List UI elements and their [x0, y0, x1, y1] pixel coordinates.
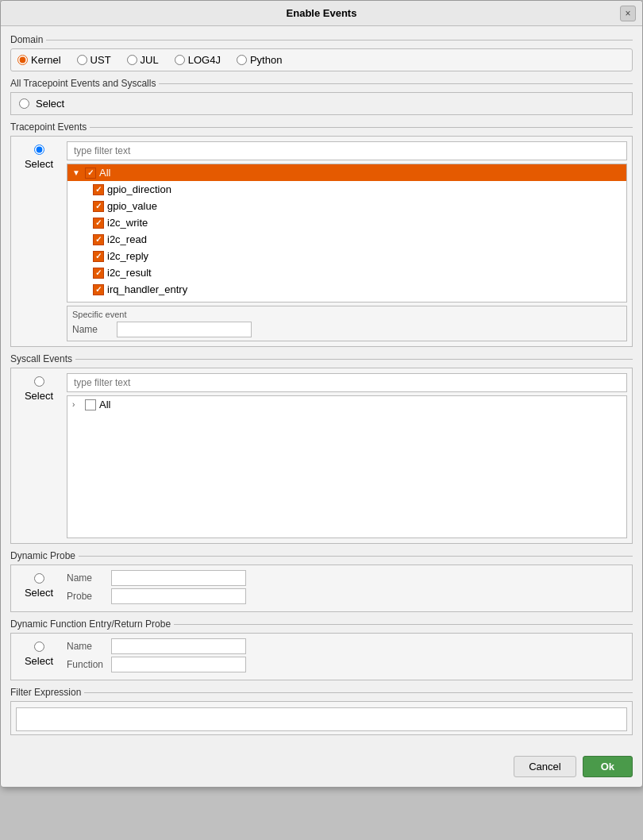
tree-item-i2c-read[interactable]: i2c_read: [67, 231, 626, 248]
dynamic-probe-right: Name Probe: [67, 565, 632, 611]
label-gpio-direction: gpio_direction: [107, 183, 171, 195]
dynamic-function-select-col: Select: [11, 634, 67, 675]
dynamic-function-box: Select Name Function: [10, 633, 633, 680]
syscall-select-radio[interactable]: [34, 376, 44, 387]
specific-event-name-input[interactable]: [117, 322, 252, 337]
enable-events-dialog: Enable Events × Domain Kernel UST: [0, 0, 643, 788]
tracepoint-events-label: Tracepoint Events: [10, 121, 90, 133]
syscall-inner: Select › All: [11, 368, 632, 543]
domain-jul-option[interactable]: JUL: [127, 54, 159, 66]
dynamic-probe-box: Select Name Probe: [10, 564, 633, 612]
dynamic-probe-select-col: Select: [11, 565, 67, 607]
checkbox-i2c-read[interactable]: [93, 234, 104, 245]
syscall-all-row[interactable]: › All: [67, 396, 626, 413]
syscall-right: › All: [67, 368, 632, 543]
checkbox-i2c-reply[interactable]: [93, 251, 104, 262]
ok-button[interactable]: Ok: [583, 756, 633, 777]
tree-all-checkbox[interactable]: [85, 168, 96, 179]
dialog-body: Domain Kernel UST JUL: [1, 26, 642, 749]
probe-name-row: Name: [67, 570, 627, 586]
label-i2c-reply: i2c_reply: [107, 250, 148, 262]
dyn-func-name-label: Name: [67, 641, 106, 652]
syscall-filter-input[interactable]: [67, 373, 627, 392]
tree-item-i2c-write[interactable]: i2c_write: [67, 214, 626, 231]
dyn-func-function-input[interactable]: [111, 657, 246, 672]
dynamic-function-title: Dynamic Function Entry/Return Probe: [10, 618, 633, 630]
domain-python-label: Python: [250, 54, 282, 66]
tracepoint-select-label: Select: [25, 158, 53, 170]
specific-event-row: Name: [72, 322, 622, 337]
dynamic-function-section: Dynamic Function Entry/Return Probe Sele…: [10, 618, 633, 680]
syscall-all-label: All: [99, 399, 110, 410]
syscall-tree: › All: [67, 395, 627, 538]
label-i2c-write: i2c_write: [107, 217, 148, 229]
domain-kernel-radio[interactable]: [17, 55, 28, 65]
probe-probe-row: Probe: [67, 588, 627, 604]
tree-all-row[interactable]: ▼ All: [67, 164, 626, 181]
probe-probe-input[interactable]: [111, 588, 246, 604]
dynamic-function-radio[interactable]: [34, 642, 44, 652]
checkbox-gpio-direction[interactable]: [93, 184, 104, 195]
dynamic-probe-title: Dynamic Probe: [10, 550, 633, 561]
domain-section: Domain Kernel UST JUL: [10, 34, 633, 71]
dialog-footer: Cancel Ok: [1, 749, 642, 787]
filter-expression-title: Filter Expression: [10, 687, 633, 698]
domain-ust-radio[interactable]: [77, 55, 87, 65]
domain-kernel-option[interactable]: Kernel: [17, 54, 61, 66]
syscall-all-checkbox[interactable]: [85, 399, 96, 410]
cancel-button[interactable]: Cancel: [514, 756, 576, 777]
close-button[interactable]: ×: [620, 6, 636, 21]
domain-ust-option[interactable]: UST: [77, 54, 111, 66]
checkbox-i2c-result[interactable]: [93, 268, 104, 279]
domain-jul-radio[interactable]: [127, 55, 137, 65]
tracepoint-tree: ▼ All gpio_direction gpio_: [67, 164, 627, 302]
tracepoint-filter-input[interactable]: [67, 141, 627, 160]
tracepoint-events-box: Select ▼ All: [10, 136, 633, 347]
domain-python-option[interactable]: Python: [237, 54, 282, 66]
filter-expression-input[interactable]: [16, 707, 627, 731]
tracepoint-select-col: Select: [11, 137, 67, 178]
tracepoint-events-title: Tracepoint Events: [10, 121, 633, 133]
tree-item-gpio-direction[interactable]: gpio_direction: [67, 181, 626, 198]
label-i2c-result: i2c_result: [107, 267, 152, 279]
dialog-title: Enable Events: [287, 7, 357, 19]
domain-section-title: Domain: [10, 34, 633, 45]
domain-label: Domain: [10, 34, 46, 45]
syscall-select-col: Select: [11, 368, 67, 410]
tree-item-irq-handler-entry[interactable]: irq_handler_entry: [67, 281, 626, 298]
domain-log4j-option[interactable]: LOG4J: [175, 54, 221, 66]
tracepoint-select-radio[interactable]: [34, 144, 44, 155]
tree-item-i2c-reply[interactable]: i2c_reply: [67, 248, 626, 264]
probe-name-input[interactable]: [111, 570, 246, 586]
domain-radio-group: Kernel UST JUL LOG4J: [17, 54, 626, 66]
dyn-func-function-label: Function: [67, 659, 106, 670]
tracepoint-events-section: Tracepoint Events Select ▼: [10, 121, 633, 347]
probe-name-label: Name: [67, 572, 106, 584]
checkbox-irq-handler-entry[interactable]: [93, 284, 104, 295]
domain-log4j-radio[interactable]: [175, 55, 185, 65]
tree-item-i2c-result[interactable]: i2c_result: [67, 264, 626, 281]
filter-expression-section: Filter Expression: [10, 687, 633, 735]
label-irq-handler-entry: irq_handler_entry: [107, 283, 187, 295]
domain-log4j-label: LOG4J: [188, 54, 221, 66]
all-tracepoint-label: All Tracepoint Events and Syscalls: [10, 78, 159, 89]
syscall-events-box: Select › All: [10, 368, 633, 544]
tree-item-gpio-value[interactable]: gpio_value: [67, 198, 626, 214]
checkbox-i2c-write[interactable]: [93, 218, 104, 229]
all-tracepoint-radio[interactable]: [19, 98, 29, 109]
specific-event-box: Specific event Name: [67, 306, 627, 341]
domain-python-radio[interactable]: [237, 55, 247, 65]
dynamic-function-right: Name Function: [67, 634, 632, 680]
tracepoint-right: ▼ All gpio_direction gpio_: [67, 137, 632, 346]
dialog-title-bar: Enable Events ×: [1, 1, 642, 26]
all-tracepoint-section: All Tracepoint Events and Syscalls Selec…: [10, 78, 633, 115]
domain-kernel-label: Kernel: [31, 54, 61, 66]
dynamic-function-label: Dynamic Function Entry/Return Probe: [10, 618, 174, 630]
dynamic-probe-select-label: Select: [25, 587, 53, 599]
tree-all-chevron: ▼: [72, 168, 82, 177]
checkbox-gpio-value[interactable]: [93, 201, 104, 212]
all-tracepoint-select-label: Select: [36, 98, 64, 110]
filter-expression-box: [10, 701, 633, 735]
dyn-func-name-input[interactable]: [111, 638, 246, 654]
dynamic-probe-radio[interactable]: [34, 573, 44, 584]
